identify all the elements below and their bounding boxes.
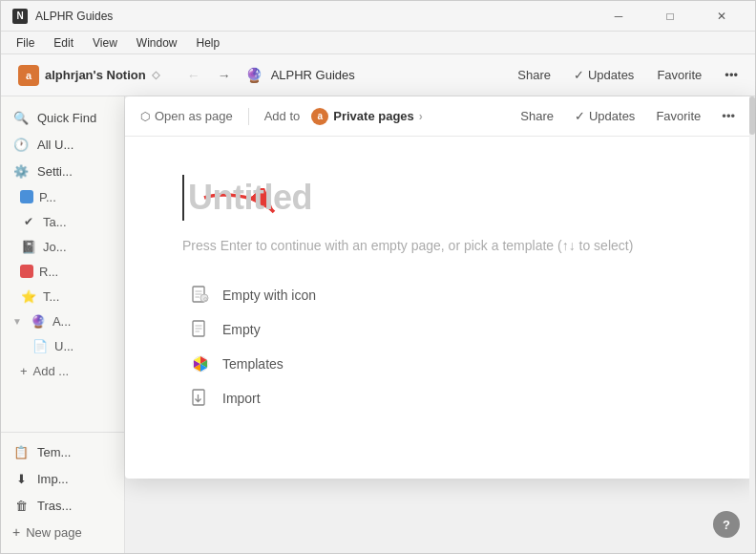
sidebar-search-label: Quick Find — [37, 111, 96, 125]
nav-forward-button[interactable]: → — [211, 62, 238, 89]
sidebar-item-templates[interactable]: 📋 Tem... — [1, 438, 124, 465]
sidebar-item-search[interactable]: 🔍 Quick Find — [1, 104, 124, 131]
workspace-avatar: a — [18, 65, 39, 86]
sidebar-r-label: R... — [39, 265, 58, 279]
open-icon: ⬡ — [140, 110, 150, 123]
breadcrumb: 🔮 ALPHR Guides — [245, 67, 355, 84]
option-empty-with-icon[interactable]: ☺ Empty with icon — [182, 279, 698, 311]
menu-file[interactable]: File — [9, 34, 42, 52]
new-page-plus-icon: + — [12, 524, 20, 540]
settings-icon: ⚙️ — [12, 162, 30, 180]
text-cursor — [182, 175, 184, 221]
app-icon: N — [12, 9, 28, 24]
title-area[interactable]: Untitled — [182, 175, 698, 221]
sidebar-item-u[interactable]: 📄 U... — [1, 333, 124, 358]
sidebar-item-trash[interactable]: 🗑 Tras... — [1, 492, 124, 519]
sidebar-item-t[interactable]: ⭐ T... — [1, 284, 124, 309]
app-window: N ALPHR Guides ─ □ ✕ File Edit View Wind… — [0, 0, 756, 554]
scrollbar-thumb[interactable] — [749, 96, 755, 135]
journal-icon: 📓 — [20, 238, 37, 255]
sidebar-import-label: Imp... — [37, 472, 69, 486]
main-area: 🔍 Quick Find 🕐 All U... ⚙️ Setti... P...… — [1, 96, 755, 553]
sidebar-item-r[interactable]: R... — [1, 259, 124, 284]
sidebar-bottom: 📋 Tem... ⬇ Imp... 🗑 Tras... + New page — [1, 432, 124, 545]
option-templates[interactable]: Templates — [182, 348, 698, 380]
updates-button[interactable]: ✓ Updates — [568, 65, 640, 85]
workspace-diamond-icon: ◇ — [152, 69, 159, 81]
close-button[interactable]: ✕ — [700, 1, 744, 32]
menu-bar: File Edit View Window Help — [1, 32, 755, 54]
window-controls: ─ □ ✕ — [597, 1, 744, 32]
maximize-button[interactable]: □ — [648, 1, 692, 32]
empty-label: Empty — [222, 322, 261, 337]
editor-body: Untitled Press Enter to continue with an… — [125, 137, 755, 479]
share-button[interactable]: Share — [512, 65, 556, 85]
toolbar-right: Share ✓ Updates Favorite ••• — [512, 65, 744, 85]
editor-more-button[interactable]: ••• — [717, 107, 740, 125]
sidebar-section-label: A... — [52, 314, 72, 329]
private-pages-avatar: a — [311, 108, 328, 125]
nav-back-button[interactable]: ← — [180, 62, 207, 89]
editor-updates-button[interactable]: ✓ Updates — [570, 107, 640, 125]
menu-window[interactable]: Window — [129, 34, 185, 52]
search-icon: 🔍 — [12, 109, 30, 126]
sidebar-templates-label: Tem... — [37, 445, 71, 459]
editor-panel: ⬡ Open as page Add to a Private pages › — [125, 96, 755, 479]
help-button[interactable]: ? — [713, 511, 740, 538]
templates-icon: 📋 — [12, 443, 30, 460]
window-title: ALPHR Guides — [35, 10, 597, 23]
nav-controls: ← → — [180, 62, 238, 89]
menu-edit[interactable]: Edit — [46, 34, 81, 52]
editor-toolbar-right: Share ✓ Updates Favorite ••• — [515, 107, 740, 125]
option-empty[interactable]: Empty — [182, 313, 698, 346]
minimize-button[interactable]: ─ — [597, 1, 640, 32]
page-color-icon — [20, 190, 33, 203]
favorite-button[interactable]: Favorite — [651, 65, 707, 85]
section-icon: 🔮 — [30, 312, 47, 330]
menu-view[interactable]: View — [85, 34, 125, 52]
sidebar-u-label: U... — [54, 339, 74, 353]
new-page-button[interactable]: + New page — [1, 519, 124, 545]
sidebar-item-import[interactable]: ⬇ Imp... — [1, 465, 124, 492]
sidebar-p-label: P... — [39, 190, 56, 204]
template-options: ☺ Empty with icon — [182, 279, 698, 415]
top-toolbar: a alphrjan's Notion ◇ ← → 🔮 ALPHR Guides… — [1, 54, 755, 96]
import-arrow-icon — [190, 388, 211, 409]
sidebar-tasks-label: Ta... — [43, 215, 67, 229]
sidebar-updates-label: All U... — [37, 138, 74, 152]
open-as-page-button[interactable]: ⬡ Open as page — [140, 109, 233, 123]
sidebar-settings-label: Setti... — [37, 164, 73, 179]
templates-color-icon — [190, 353, 211, 374]
sidebar-item-settings[interactable]: ⚙️ Setti... — [1, 158, 124, 184]
title-bar: N ALPHR Guides ─ □ ✕ — [1, 1, 755, 32]
clock-icon: 🕐 — [12, 136, 30, 153]
sidebar-item-journal[interactable]: 📓 Jo... — [1, 234, 124, 259]
page-title-placeholder[interactable]: Untitled — [188, 178, 312, 218]
new-page-label: New page — [26, 525, 82, 540]
editor-favorite-button[interactable]: Favorite — [651, 107, 705, 125]
add-to-button[interactable]: Add to — [264, 109, 301, 123]
app-body: a alphrjan's Notion ◇ ← → 🔮 ALPHR Guides… — [1, 54, 755, 553]
page-title: ALPHR Guides — [271, 68, 355, 82]
sidebar-add-page-button[interactable]: + Add ... — [1, 358, 124, 384]
r-color-icon — [20, 265, 33, 278]
workspace-name: alphrjan's Notion — [45, 68, 146, 82]
menu-help[interactable]: Help — [189, 34, 228, 52]
trash-icon: 🗑 — [12, 497, 30, 514]
option-import[interactable]: Import — [182, 382, 698, 415]
sidebar-item-p[interactable]: P... — [1, 184, 124, 209]
sidebar-item-all-updates[interactable]: 🕐 All U... — [1, 131, 124, 158]
editor-toolbar: ⬡ Open as page Add to a Private pages › — [125, 96, 755, 137]
sidebar-item-section-a[interactable]: ▼ 🔮 A... — [1, 309, 124, 333]
more-options-button[interactable]: ••• — [719, 65, 744, 85]
templates-label: Templates — [222, 356, 284, 372]
document-icon: 📄 — [32, 337, 49, 354]
private-pages-indicator[interactable]: a Private pages › — [311, 108, 423, 125]
sidebar-add-label: Add ... — [33, 364, 70, 378]
workspace-button[interactable]: a alphrjan's Notion ◇ — [12, 61, 165, 90]
empty-icon — [190, 319, 211, 340]
editor-share-button[interactable]: Share — [515, 107, 558, 125]
sidebar: 🔍 Quick Find 🕐 All U... ⚙️ Setti... P...… — [1, 96, 125, 553]
sidebar-item-tasks[interactable]: ✔ Ta... — [1, 209, 124, 234]
check-icon: ✔ — [20, 213, 37, 230]
